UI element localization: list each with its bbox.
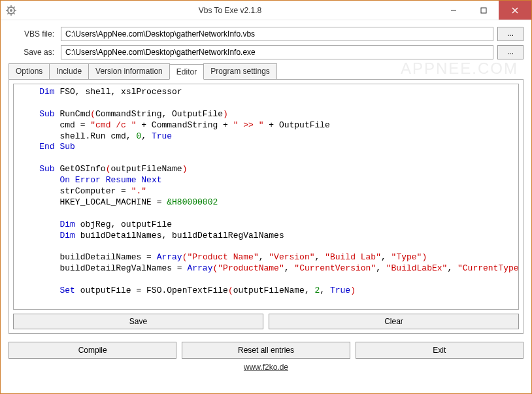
app-icon (6, 5, 16, 16)
svg-point-1 (10, 9, 12, 12)
tab-options[interactable]: Options (8, 63, 50, 79)
reset-button[interactable]: Reset all entries (182, 342, 350, 359)
tabstrip: Options Include Version information Edit… (8, 63, 524, 79)
tab-version-information[interactable]: Version information (88, 63, 170, 79)
svg-line-6 (7, 7, 8, 8)
svg-line-8 (7, 12, 8, 14)
save-as-label: Save as: (8, 48, 61, 57)
vbs-file-label: VBS file: (8, 29, 61, 39)
clear-button[interactable]: Clear (269, 314, 519, 329)
bottom-button-row: Compile Reset all entries Exit (1, 338, 531, 361)
tab-panel: Dim FSO, shell, xslProcessor Sub RunCmd(… (8, 79, 524, 334)
save-as-input[interactable] (61, 45, 493, 59)
save-as-row: Save as: ... (8, 45, 524, 59)
tab-include[interactable]: Include (49, 63, 89, 79)
vbs-file-row: VBS file: ... (8, 27, 524, 41)
compile-button[interactable]: Compile (8, 342, 176, 359)
close-button[interactable] (499, 1, 531, 20)
vbs-file-input[interactable] (61, 27, 493, 41)
footer-link[interactable]: www.f2ko.de (1, 361, 531, 376)
window-title: Vbs To Exe v2.1.8 (22, 6, 439, 15)
tab-program-settings[interactable]: Program settings (203, 63, 277, 79)
vbs-browse-button[interactable]: ... (497, 27, 524, 41)
save-button[interactable]: Save (13, 314, 263, 329)
code-editor[interactable]: Dim FSO, shell, xslProcessor Sub RunCmd(… (13, 84, 519, 310)
exit-button[interactable]: Exit (356, 342, 524, 359)
svg-line-7 (14, 12, 15, 14)
svg-rect-11 (481, 8, 486, 13)
svg-line-9 (14, 7, 15, 8)
window-controls (439, 1, 531, 20)
tab-editor[interactable]: Editor (169, 64, 204, 80)
save-browse-button[interactable]: ... (497, 45, 524, 59)
maximize-button[interactable] (469, 1, 499, 20)
minimize-button[interactable] (439, 1, 469, 20)
titlebar: Vbs To Exe v2.1.8 (1, 1, 531, 20)
